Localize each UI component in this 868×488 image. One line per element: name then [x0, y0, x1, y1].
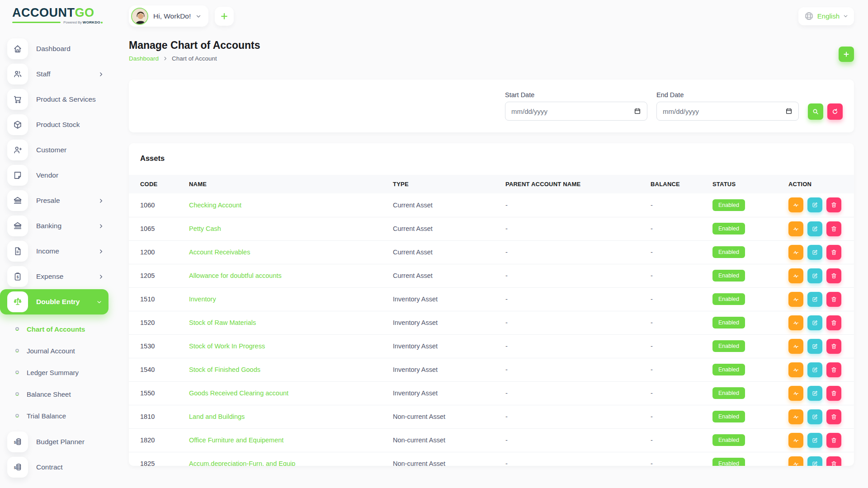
account-name-link[interactable]: Accum.depreciation-Furn. and Equip	[189, 460, 295, 466]
apply-filter-button[interactable]	[808, 103, 823, 120]
ledger-button[interactable]	[788, 362, 803, 377]
calendar-icon[interactable]	[634, 108, 641, 115]
delete-button[interactable]	[826, 221, 841, 236]
delete-button[interactable]	[826, 245, 841, 260]
delete-button[interactable]	[826, 315, 841, 330]
sidebar-item-product-stock[interactable]: Product Stock	[0, 112, 118, 137]
sidebar-item-label: Banking	[36, 222, 61, 230]
account-name-link[interactable]: Land and Buildings	[189, 413, 245, 420]
bullet-icon	[15, 327, 19, 331]
quick-add-button[interactable]	[215, 7, 234, 26]
language-selector[interactable]: English	[798, 7, 854, 25]
user-menu[interactable]: Hi, WorkDo!	[129, 5, 208, 27]
start-date-input[interactable]: mm/dd/yyyy	[505, 102, 647, 121]
type-cell: Non-current Asset	[393, 452, 505, 466]
delete-button[interactable]	[826, 268, 841, 283]
code-cell: 1550	[129, 381, 189, 405]
sidebar-item-contract[interactable]: $Contract	[0, 455, 118, 480]
account-name-link[interactable]: Checking Account	[189, 202, 241, 209]
note-icon	[7, 165, 28, 186]
ledger-button[interactable]	[788, 245, 803, 260]
edit-button[interactable]	[807, 433, 822, 448]
account-name-link[interactable]: Allowance for doubtful accounts	[189, 272, 282, 279]
sidebar-subitem-chart-of-accounts[interactable]: Chart of Accounts	[0, 318, 118, 340]
add-account-button[interactable]	[839, 47, 854, 62]
chevron-down-icon	[96, 299, 102, 305]
edit-button[interactable]	[807, 409, 822, 424]
sidebar-item-dashboard[interactable]: Dashboard	[0, 36, 118, 61]
sidebar-item-label: Dashboard	[36, 45, 71, 53]
code-cell: 1825	[129, 452, 189, 466]
account-name-link[interactable]: Stock of Finished Goods	[189, 366, 260, 373]
ledger-button[interactable]	[788, 315, 803, 330]
delete-button[interactable]	[826, 339, 841, 354]
account-name-link[interactable]: Account Receivables	[189, 249, 250, 256]
account-name-link[interactable]: Petty Cash	[189, 225, 221, 232]
edit-button[interactable]	[807, 197, 822, 212]
edit-button[interactable]	[807, 292, 822, 307]
edit-button[interactable]	[807, 268, 822, 283]
sidebar-item-budget-planner[interactable]: $Budget Planner	[0, 429, 118, 455]
sidebar-item-customer[interactable]: Customer	[0, 137, 118, 163]
column-header-name: NAME	[189, 175, 393, 193]
balance-cell: -	[651, 428, 712, 452]
ledger-button[interactable]	[788, 268, 803, 283]
balance-cell: -	[651, 193, 712, 217]
balance-cell: -	[651, 264, 712, 287]
sidebar: ACCOUNTGO Powered By WORKDO DashboardSta…	[0, 0, 118, 488]
code-cell: 1510	[129, 287, 189, 311]
ledger-button[interactable]	[788, 339, 803, 354]
account-name-link[interactable]: Office Furniture and Equipement	[189, 436, 283, 444]
account-name-link[interactable]: Stock of Work In Progress	[189, 343, 265, 350]
calendar-icon[interactable]	[785, 108, 793, 115]
edit-button[interactable]	[807, 245, 822, 260]
sidebar-item-product-services[interactable]: Product & Services	[0, 87, 118, 112]
edit-button[interactable]	[807, 456, 822, 466]
sidebar-subitem-balance-sheet[interactable]: Balance Sheet	[0, 383, 118, 405]
parent-account-cell: -	[505, 193, 651, 217]
edit-button[interactable]	[807, 221, 822, 236]
sidebar-item-vendor[interactable]: Vendor	[0, 163, 118, 188]
sidebar-subitem-ledger-summary[interactable]: Ledger Summary	[0, 361, 118, 383]
activity-icon	[793, 272, 799, 279]
delete-button[interactable]	[826, 409, 841, 424]
end-date-input[interactable]: mm/dd/yyyy	[656, 102, 799, 121]
breadcrumb-dashboard-link[interactable]: Dashboard	[129, 55, 159, 62]
sidebar-item-label: Double Entry	[36, 298, 80, 306]
trash-icon	[830, 319, 837, 326]
delete-button[interactable]	[826, 433, 841, 448]
sidebar-item-label: Staff	[36, 70, 51, 78]
delete-button[interactable]	[826, 362, 841, 377]
ledger-button[interactable]	[788, 292, 803, 307]
delete-button[interactable]	[826, 456, 841, 466]
sidebar-item-double-entry[interactable]: Double Entry	[0, 289, 108, 314]
brand-logo[interactable]: ACCOUNTGO Powered By WORKDO	[0, 6, 118, 24]
chevron-right-icon	[98, 198, 104, 204]
sidebar-subitem-trial-balance[interactable]: Trial Balance	[0, 405, 118, 427]
account-name-link[interactable]: Inventory	[189, 296, 216, 303]
delete-button[interactable]	[826, 197, 841, 212]
reset-filter-button[interactable]	[827, 103, 843, 120]
ledger-button[interactable]	[788, 197, 803, 212]
ledger-button[interactable]	[788, 433, 803, 448]
sidebar-item-expense[interactable]: $Expense	[0, 264, 118, 289]
delete-button[interactable]	[826, 292, 841, 307]
delete-button[interactable]	[826, 386, 841, 401]
ledger-button[interactable]	[788, 409, 803, 424]
edit-button[interactable]	[807, 315, 822, 330]
ledger-button[interactable]	[788, 456, 803, 466]
sidebar-subitem-journal-account[interactable]: Journal Account	[0, 340, 118, 361]
sidebar-item-presale[interactable]: Presale	[0, 188, 118, 213]
ledger-button[interactable]	[788, 221, 803, 236]
edit-button[interactable]	[807, 339, 822, 354]
account-name-link[interactable]: Goods Received Clearing account	[189, 389, 288, 397]
sidebar-item-income[interactable]: Income	[0, 239, 118, 264]
sidebar-item-staff[interactable]: Staff	[0, 61, 118, 87]
breadcrumb: Dashboard Chart of Account	[129, 55, 260, 62]
edit-button[interactable]	[807, 362, 822, 377]
edit-button[interactable]	[807, 386, 822, 401]
sidebar-item-banking[interactable]: Banking	[0, 213, 118, 239]
account-name-link[interactable]: Stock of Raw Materials	[189, 319, 256, 326]
ledger-button[interactable]	[788, 386, 803, 401]
trash-icon	[830, 272, 837, 279]
